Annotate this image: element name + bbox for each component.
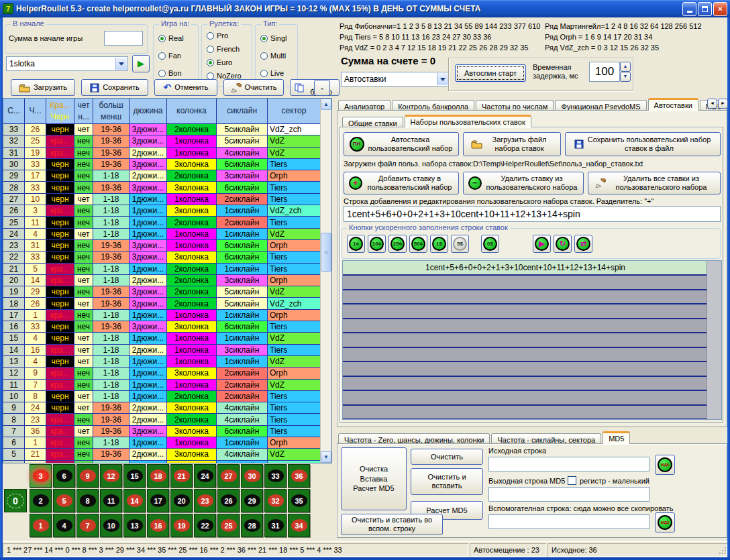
table-scrollbar[interactable]: ▲ ≡ ▼	[320, 99, 331, 463]
table-row[interactable]: 3033черннеч19-363дюжи...3колонка6сиклайн…	[3, 159, 331, 170]
maximize-button[interactable]	[698, 2, 712, 16]
md5-clear-paste-calc-button[interactable]: ОчисткаВставкаРасчет MD5	[341, 447, 407, 510]
table-row[interactable]: 823кра...неч19-362дюжи...2колонка4сиклай…	[3, 414, 331, 425]
roulette-number-14[interactable]: 14	[123, 489, 146, 512]
list-item[interactable]	[343, 276, 708, 290]
bets-list-header[interactable]: 1cent+5+6+0+0+2+1+3+10cent+10+11+12+13+1…	[343, 261, 708, 276]
table-row[interactable]: 61кра...неч1-181дюжи...1колонка1сиклайнO…	[3, 437, 331, 449]
list-item[interactable]	[343, 333, 708, 348]
scrollbar-thumb[interactable]: ≡	[321, 233, 331, 272]
roulette-number-11[interactable]: 11	[100, 489, 122, 512]
table-row[interactable]: 2233черннеч19-363дюжи...3колонка6сиклайн…	[3, 251, 331, 263]
lowercase-checkbox[interactable]	[568, 476, 576, 485]
roulette-number-23[interactable]: 23	[194, 489, 216, 512]
table-row[interactable]: 2710чернчет1-181дюжи...1колонка2сиклайнT…	[3, 194, 331, 205]
roulette-number-31[interactable]: 31	[264, 514, 286, 537]
roulette-number-28[interactable]: 28	[241, 514, 263, 537]
list-item[interactable]	[343, 290, 708, 305]
save-set-file-button[interactable]: Сохранить пользовательский набор ставок …	[565, 132, 721, 156]
table-row[interactable]: 2511черннеч1-181дюжи...2колонка2сиклайнT…	[3, 217, 331, 228]
roulette-number-0[interactable]: 0	[4, 489, 27, 512]
autobet-user-set-button[interactable]: ПН Автоставка пользовательский набор	[344, 132, 459, 156]
radio-option-bon[interactable]: Bon	[158, 69, 182, 77]
roulette-number-12[interactable]: 12	[100, 464, 122, 488]
table-row[interactable]: 3326чернчет19-363дюжи...2колонка5сиклайн…	[3, 124, 331, 135]
radio-option-euro[interactable]: Euro	[207, 58, 232, 66]
roulette-number-2[interactable]: 2	[30, 489, 52, 512]
table-row[interactable]: 108чернчет1-181дюжи...2колонка2сиклайнTi…	[3, 391, 331, 402]
radio-option-pro[interactable]: Pro	[207, 32, 228, 40]
subtab-2[interactable]: Наборы пользовательских ставок	[405, 115, 531, 127]
roulette-number-4[interactable]: 4	[53, 514, 75, 537]
coin-button-50¢[interactable]: 50¢	[409, 235, 427, 253]
table-row[interactable]: 521кра...неч19-362дюжи...3колонка4сиклай…	[3, 449, 331, 460]
slot-combobox[interactable]: 1slotka	[6, 56, 128, 71]
tab-5[interactable]: Автоставки	[648, 98, 698, 111]
roulette-number-21[interactable]: 21	[170, 464, 193, 488]
radio-option-fan[interactable]: Fan	[158, 52, 181, 60]
delete-all-bets-button[interactable]: Удалить все ставки из пользовательского …	[588, 172, 721, 194]
stepper-up-icon[interactable]: ▲	[620, 62, 631, 72]
roulette-number-22[interactable]: 22	[194, 514, 216, 537]
table-row[interactable]: 129кра...неч1-181дюжи...3колонка2сиклайн…	[3, 368, 331, 379]
roulette-number-15[interactable]: 15	[123, 464, 146, 488]
action-button-play-icon[interactable]: ▶	[533, 235, 551, 253]
radio-option-live[interactable]: Live	[260, 69, 284, 77]
roulette-number-32[interactable]: 32	[264, 489, 286, 512]
table-row[interactable]: 3225кра...неч19-363дюжи...1колонка5сикла…	[3, 135, 331, 147]
delay-value[interactable]: 100	[589, 62, 620, 82]
stepper-down-icon[interactable]: ▼	[620, 72, 631, 82]
md5-clear-paste-button[interactable]: Очистить и вставить	[411, 468, 483, 495]
roulette-number-25[interactable]: 25	[217, 514, 240, 537]
table-row[interactable]: 2833черннеч19-363дюжи...3колонка6сиклайн…	[3, 182, 331, 193]
roulette-number-26[interactable]: 26	[217, 489, 240, 512]
table-row[interactable]: 2917черннеч1-182дюжи...2колонка3сиклайнO…	[3, 170, 331, 182]
start-button[interactable]: ▶	[132, 55, 150, 72]
roulette-number-7[interactable]: 7	[76, 514, 99, 537]
roulette-number-29[interactable]: 29	[241, 489, 263, 512]
table-row[interactable]: 215кра...неч1-181дюжи...2колонка1сиклайн…	[3, 264, 331, 275]
table-row[interactable]: 154чернчет1-181дюжи...1колонка1сиклайнVd…	[3, 333, 331, 344]
edit-line-input[interactable]	[344, 206, 721, 222]
add-bet-button[interactable]: + Добавить ставку в пользовательский наб…	[344, 172, 459, 194]
action-button-respin-icon[interactable]: ↻	[554, 235, 572, 253]
table-row[interactable]: 2331черннеч19-363дюжи...1колонка6сиклайн…	[3, 240, 331, 251]
radio-option-real[interactable]: Real	[158, 34, 184, 42]
roulette-number-5[interactable]: 5	[53, 489, 75, 512]
table-row[interactable]: 1826чернчет19-363дюжи...2колонка5сиклайн…	[3, 298, 331, 309]
roulette-number-16[interactable]: 16	[147, 514, 169, 537]
spins-table[interactable]: С...Ч...Кра...Чернчетн...большменшдюжина…	[3, 98, 332, 463]
chevron-down-icon[interactable]	[115, 58, 127, 70]
roulette-number-1[interactable]: 1	[30, 514, 52, 537]
coin-button-25¢[interactable]: 25¢	[388, 235, 407, 253]
resize-grip[interactable]	[718, 547, 726, 555]
table-row[interactable]: 43кра...неч1-181дюжи...3колонка1сиклайнV…	[3, 461, 331, 463]
roulette-number-9[interactable]: 9	[76, 464, 99, 488]
roulette-number-6[interactable]: 6	[53, 464, 75, 488]
coin-button-0$[interactable]: 0$	[481, 235, 499, 253]
toolbar-button-3[interactable]: ↶Отменить	[154, 79, 217, 96]
scroll-up-icon[interactable]: ▲	[321, 99, 331, 110]
coin-button-1¢[interactable]: 1¢	[347, 235, 365, 253]
toolbar-button-4[interactable]: Очистить	[223, 79, 284, 96]
roulette-number-27[interactable]: 27	[217, 464, 240, 488]
bets-list[interactable]: 1cent+5+6+0+0+2+1+3+10cent+10+11+12+13+1…	[342, 260, 722, 420]
list-item[interactable]	[343, 406, 708, 421]
toolbar-button-2[interactable]: Сохранить	[81, 79, 148, 96]
md5-calc-aux-button[interactable]: МД5	[655, 512, 675, 533]
md5-source-input[interactable]	[488, 457, 649, 471]
radio-option-multi[interactable]: Multi	[260, 52, 286, 60]
md5-output-input[interactable]	[488, 487, 649, 502]
md5-clear-button[interactable]: Очистить	[411, 449, 483, 465]
roulette-number-18[interactable]: 18	[147, 464, 169, 488]
roulette-number-35[interactable]: 35	[288, 489, 310, 512]
coin-button-1$[interactable]: 1$	[430, 235, 448, 253]
table-row[interactable]: 736кра...чет19-363дюжи...3колонка6сиклай…	[3, 426, 331, 437]
action-button-transfer-icon[interactable]: ⇄	[574, 235, 592, 253]
collapse-panel-button[interactable]: -	[314, 80, 330, 96]
table-row[interactable]: 1929черннеч19-363дюжи...2колонка5сиклайн…	[3, 286, 331, 298]
table-row[interactable]: 2014кра...чет1-182дюжи...2колонка3сиклай…	[3, 275, 331, 286]
toolbar-button-1[interactable]: Загрузить	[11, 79, 75, 96]
roulette-number-33[interactable]: 33	[264, 464, 286, 488]
radio-option-singl[interactable]: Singl	[260, 34, 286, 42]
